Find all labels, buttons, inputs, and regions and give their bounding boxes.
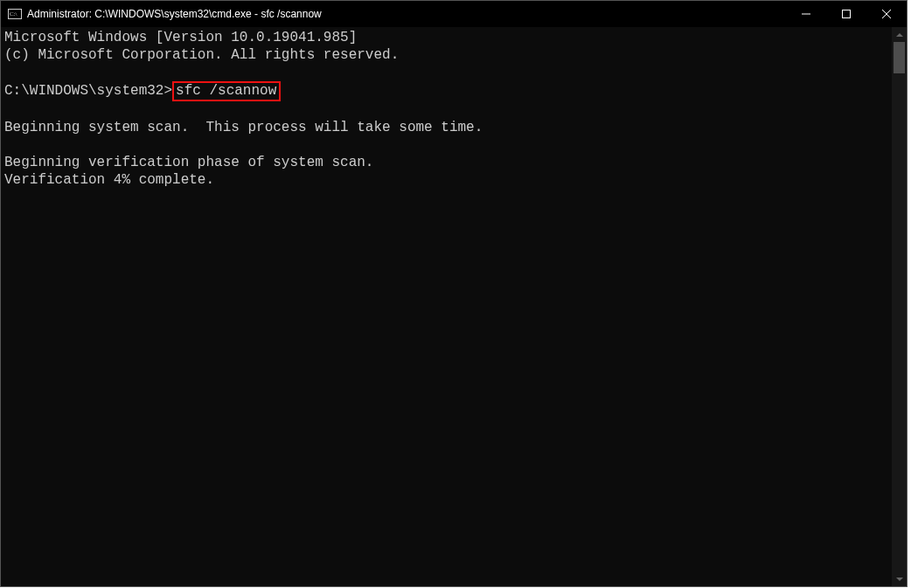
begin-verify-line: Beginning verification phase of system s… xyxy=(4,155,373,170)
maximize-button[interactable] xyxy=(826,1,866,27)
minimize-button[interactable] xyxy=(786,1,826,27)
terminal-output[interactable]: Microsoft Windows [Version 10.0.19041.98… xyxy=(1,27,892,586)
scroll-thumb[interactable] xyxy=(894,42,905,73)
titlebar[interactable]: C:\ Administrator: C:\WINDOWS\system32\c… xyxy=(1,1,907,27)
cmd-icon: C:\ xyxy=(8,7,22,21)
close-button[interactable] xyxy=(866,1,907,27)
svg-text:C:\: C:\ xyxy=(10,10,17,17)
window-title: Administrator: C:\WINDOWS\system32\cmd.e… xyxy=(27,8,322,20)
copyright-line: (c) Microsoft Corporation. All rights re… xyxy=(4,47,399,63)
version-line: Microsoft Windows [Version 10.0.19041.98… xyxy=(4,30,357,45)
svg-rect-3 xyxy=(843,10,851,18)
client-area: Microsoft Windows [Version 10.0.19041.98… xyxy=(1,27,907,586)
cmd-window: C:\ Administrator: C:\WINDOWS\system32\c… xyxy=(0,0,908,587)
prompt-text: C:\WINDOWS\system32> xyxy=(4,83,172,99)
begin-scan-line: Beginning system scan. This process will… xyxy=(4,120,483,135)
scroll-up-button[interactable] xyxy=(892,27,907,42)
svg-marker-6 xyxy=(896,33,903,37)
command-highlight: sfc /scannow xyxy=(172,81,281,101)
vertical-scrollbar[interactable] xyxy=(892,27,907,586)
scroll-down-button[interactable] xyxy=(892,571,907,586)
verification-line: Verification 4% complete. xyxy=(4,172,214,188)
window-controls xyxy=(786,1,907,27)
command-text: sfc /scannow xyxy=(176,83,276,99)
svg-marker-7 xyxy=(896,578,903,581)
